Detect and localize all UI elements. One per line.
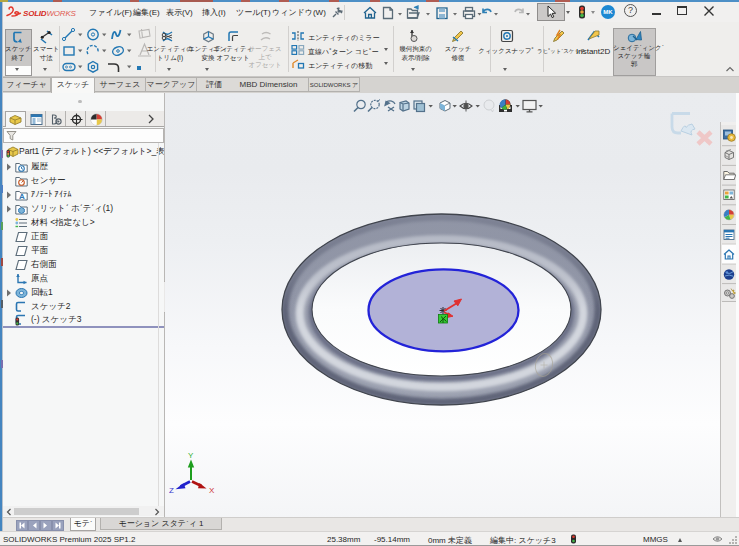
svg-text:X: X [209,486,215,495]
svg-text:Y: Y [188,451,194,460]
svg-text:Z: Z [169,486,174,495]
svg-text:A: A [19,192,25,201]
svg-text:SOLIDWORKS: SOLIDWORKS [23,9,77,18]
